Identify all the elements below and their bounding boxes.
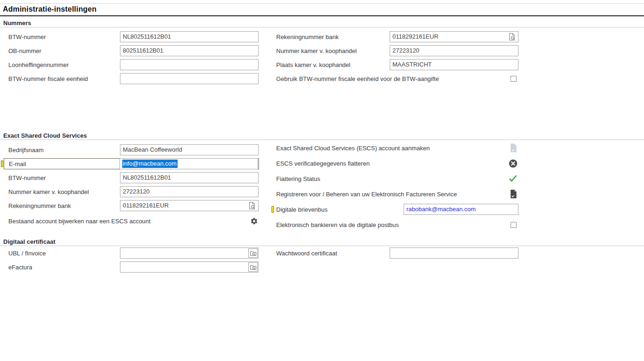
field-row-escs-rekeningnummer: Rekeningnummer bank 0118292161EUR — [4, 200, 259, 211]
btw-nummer-label: BTW-nummer — [4, 33, 120, 40]
field-row-escs-btw-nummer: BTW-nummer NL802511612B01 — [4, 172, 259, 183]
escs-btw-nummer-input[interactable]: NL802511612B01 — [120, 172, 259, 183]
gear-icon[interactable] — [250, 217, 258, 225]
kvk-nummer-input[interactable]: 27223120 — [390, 45, 518, 56]
modified-marker-brievenbus — [272, 206, 274, 213]
document-search-icon[interactable] — [507, 32, 517, 42]
field-row-gebruik-fiscale-eenheid: Gebruik BTW-nummer fiscale eenheid voor … — [276, 73, 518, 84]
status-row-fiattering: Fiattering Status — [276, 173, 518, 184]
field-row-btw-fiscale-eenheid: BTW-nummer fiscale eenheid — [4, 73, 259, 84]
field-row-ob-nummer: OB-nummer 802511612B01 — [4, 45, 259, 56]
wachtwoord-input[interactable] — [390, 247, 518, 259]
kvk-nummer-label: Nummer kamer v. koophandel — [276, 47, 390, 54]
action-row-account-aanmaken: Exact Shared Cloud Services (ESCS) accou… — [276, 142, 518, 154]
folder-search-icon[interactable] — [248, 262, 258, 272]
email-selected-text: info@macbean.com — [122, 160, 178, 168]
folder-search-icon[interactable] — [248, 248, 258, 258]
field-row-ubl: UBL / fInvoice — [4, 247, 259, 259]
nummers-right-column: Rekeningnummer bank 0118292161EUR Nummer… — [276, 31, 518, 87]
field-row-elektronisch-bankieren: Elektronisch bankieren via de digitale p… — [276, 219, 518, 230]
field-row-escs-kvk-nummer: Nummer kamer v. koophandel 27223120 — [4, 186, 259, 197]
escs-kvk-nummer-input[interactable]: 27223120 — [120, 186, 259, 197]
section-title-escs: Exact Shared Cloud Services — [3, 132, 87, 139]
digitale-brievenbus-label: Digitale brievenbus — [276, 206, 404, 213]
email-label: E-mail — [4, 160, 120, 167]
wachtwoord-label: Wachtwoord certificaat — [276, 250, 390, 257]
gebruik-fiscale-eenheid-checkbox[interactable] — [511, 76, 517, 82]
btw-fiscale-eenheid-input[interactable] — [120, 73, 259, 84]
field-row-loonheffingennummer: Loonheffingennummer — [4, 59, 259, 70]
bedrijfsnaam-input[interactable]: MacBean Coffeeworld — [120, 144, 259, 155]
kvk-plaats-label: Plaats kamer v. koophandel — [276, 61, 390, 68]
cancel-circle-icon[interactable] — [509, 159, 518, 168]
rekeningnummer-bank-input[interactable]: 0118292161EUR — [390, 31, 518, 42]
escs-left-column: Bedrijfsnaam MacBean Coffeeworld E-mail … — [4, 144, 259, 229]
title-underline — [0, 15, 644, 16]
field-row-wachtwoord: Wachtwoord certificaat — [276, 247, 518, 259]
top-divider — [0, 3, 644, 4]
field-row-email: E-mail info@macbean.com — [4, 158, 259, 169]
btw-nummer-input[interactable]: NL802511612B01 — [120, 31, 259, 42]
field-row-kvk-nummer: Nummer kamer v. koophandel 27223120 — [276, 45, 518, 56]
section-title-certificaat: Digitaal certificaat — [3, 238, 55, 245]
field-row-digitale-brievenbus: Digitale brievenbus rabobank@macbean.com — [276, 204, 518, 215]
action-row-verificatie-fiatteren: ESCS verificatiegegevens fiatteren — [276, 158, 518, 169]
escs-rekeningnummer-label: Rekeningnummer bank — [4, 202, 120, 209]
efactura-input[interactable] — [120, 261, 259, 273]
administratie-instellingen-page: Administratie-instellingen Nummers BTW-n… — [0, 0, 644, 361]
elektronisch-bankieren-label: Elektronisch bankieren via de digitale p… — [276, 221, 399, 228]
document-action-icon[interactable] — [509, 189, 518, 199]
section-rule-escs — [0, 140, 644, 140]
ob-nummer-input[interactable]: 802511612B01 — [120, 45, 259, 56]
certificaat-left-column: UBL / fInvoice eFactura — [4, 247, 259, 275]
escs-btw-nummer-label: BTW-nummer — [4, 174, 120, 181]
field-row-btw-nummer: BTW-nummer NL802511612B01 — [4, 31, 259, 42]
nummers-left-column: BTW-nummer NL802511612B01 OB-nummer 8025… — [4, 31, 259, 87]
loonheffingennummer-label: Loonheffingennummer — [4, 61, 120, 68]
check-icon — [508, 174, 518, 183]
escs-right-column: Exact Shared Cloud Services (ESCS) accou… — [276, 142, 518, 234]
ubl-input[interactable] — [120, 247, 259, 259]
verificatie-fiatteren-label: ESCS verificatiegegevens fiatteren — [276, 160, 370, 167]
escs-rekeningnummer-input[interactable]: 0118292161EUR — [120, 200, 259, 211]
certificaat-right-column: Wachtwoord certificaat — [276, 247, 518, 261]
modified-marker-email — [1, 160, 3, 167]
field-row-rekeningnummer-bank: Rekeningnummer bank 0118292161EUR — [276, 31, 518, 42]
fiattering-status-label: Fiattering Status — [276, 175, 320, 182]
elektronisch-bankieren-checkbox[interactable] — [511, 222, 517, 228]
document-disabled-icon — [509, 143, 518, 153]
ob-nummer-label: OB-nummer — [4, 47, 120, 54]
section-rule-certificaat — [0, 246, 644, 246]
btw-fiscale-eenheid-label: BTW-nummer fiscale eenheid — [4, 75, 120, 82]
kvk-plaats-input[interactable]: MAASTRICHT — [390, 59, 518, 70]
field-row-kvk-plaats: Plaats kamer v. koophandel MAASTRICHT — [276, 59, 518, 70]
bestaand-account-label: Bestaand account bijwerken naar een ESCS… — [4, 218, 151, 225]
field-row-bedrijfsnaam: Bedrijfsnaam MacBean Coffeeworld — [4, 144, 259, 155]
email-input[interactable]: info@macbean.com — [120, 158, 258, 169]
field-row-efactura: eFactura — [4, 261, 259, 273]
section-title-nummers: Nummers — [3, 20, 31, 27]
ubl-label: UBL / fInvoice — [4, 250, 120, 257]
page-title: Administratie-instellingen — [3, 5, 97, 13]
rekeningnummer-bank-label: Rekeningnummer bank — [276, 33, 390, 40]
registreren-label: Registreren voor / Beheren van uw Elektr… — [276, 191, 457, 198]
efactura-label: eFactura — [4, 264, 120, 271]
account-aanmaken-label: Exact Shared Cloud Services (ESCS) accou… — [276, 145, 430, 152]
document-search-icon[interactable] — [247, 201, 257, 211]
loonheffingennummer-input[interactable] — [120, 59, 259, 70]
section-rule-nummers — [0, 27, 644, 27]
action-row-bestaand-account: Bestaand account bijwerken naar een ESCS… — [4, 215, 259, 227]
escs-kvk-nummer-label: Nummer kamer v. koophandel — [4, 188, 120, 195]
gebruik-fiscale-eenheid-label: Gebruik BTW-nummer fiscale eenheid voor … — [276, 75, 439, 82]
bedrijfsnaam-label: Bedrijfsnaam — [4, 147, 120, 154]
digitale-brievenbus-input[interactable]: rabobank@macbean.com — [404, 204, 518, 215]
action-row-registreren: Registreren voor / Beheren van uw Elektr… — [276, 188, 518, 200]
